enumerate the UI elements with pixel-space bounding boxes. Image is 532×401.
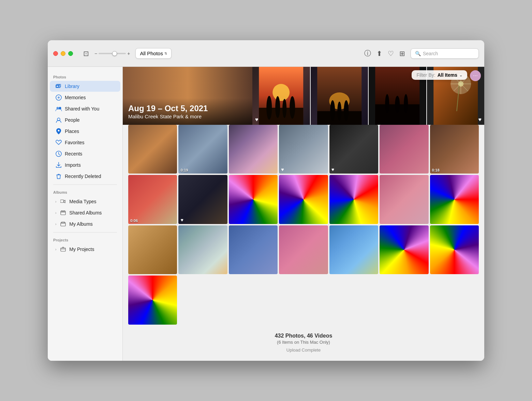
svg-point-35 — [395, 96, 400, 113]
my-albums-icon — [60, 221, 66, 227]
svg-point-31 — [344, 100, 349, 121]
photo-cell-p10[interactable] — [229, 175, 278, 224]
favorite-heart-icon: ♥ — [331, 167, 334, 172]
photo-count: 432 Photos, 46 Videos — [123, 333, 484, 339]
photo-cell-p9[interactable]: ♥ — [178, 175, 227, 224]
photo-cell-p8[interactable]: 0:06 — [128, 175, 177, 224]
zoom-out-icon[interactable]: − — [94, 51, 97, 56]
sidebar-item-media-types[interactable]: › Media Types — [50, 196, 120, 207]
footer: 432 Photos, 46 Videos (6 Items on This M… — [123, 325, 484, 358]
sidebar-item-people[interactable]: People — [50, 115, 120, 125]
photo-cell-p17[interactable] — [229, 225, 278, 274]
sidebar: Photos Library — [48, 67, 123, 361]
heart-icon[interactable]: ♡ — [388, 49, 394, 58]
photo-cell-p1[interactable] — [128, 125, 177, 174]
search-label: Search — [423, 51, 438, 56]
close-button[interactable] — [53, 51, 58, 56]
video-duration-label: 0:18 — [432, 168, 440, 172]
filter-value: All Items — [438, 72, 457, 78]
app-window: ⊡ − + All Photos ⇅ ⓘ ⬆ ♡ ⊞ 🔍 Search — [48, 40, 484, 361]
memory-thumb-heart-4: ♥ — [478, 117, 482, 123]
imports-label: Imports — [65, 162, 81, 168]
trash-icon — [55, 173, 62, 180]
sidebar-item-shared-albums[interactable]: › Shared Albums — [50, 207, 120, 218]
shared-albums-icon — [60, 209, 66, 216]
photo-cell-p18[interactable] — [279, 225, 328, 274]
my-albums-label: My Albums — [69, 221, 92, 227]
favorites-label: Favorites — [65, 140, 85, 145]
svg-point-22 — [266, 96, 272, 120]
photo-cell-p6[interactable] — [380, 125, 428, 174]
recents-icon — [55, 150, 62, 157]
expand-icon: › — [55, 200, 56, 204]
places-icon — [55, 128, 62, 135]
search-box[interactable]: 🔍 Search — [411, 48, 479, 59]
my-projects-icon — [60, 246, 66, 253]
sidebar-item-favorites[interactable]: Favorites — [50, 137, 120, 148]
photo-cell-p12[interactable] — [329, 175, 378, 224]
slideshow-icon[interactable]: ⊡ — [83, 49, 89, 58]
svg-point-24 — [282, 99, 286, 118]
more-options-button[interactable]: ··· — [470, 70, 481, 81]
recently-deleted-label: Recently Deleted — [65, 174, 101, 179]
photo-cell-p20[interactable] — [380, 225, 428, 274]
photo-cell-p22[interactable] — [128, 276, 177, 324]
filter-button[interactable]: Filter By: All Items ⌄ — [412, 70, 467, 80]
svg-point-29 — [330, 100, 335, 121]
photo-cell-p7[interactable]: 0:18 — [430, 125, 479, 174]
projects-section-label: Projects — [48, 235, 122, 243]
crop-icon[interactable]: ⊞ — [399, 49, 405, 58]
zoom-slider[interactable] — [99, 53, 126, 54]
photo-cell-p4[interactable]: ♥ — [279, 125, 328, 174]
memory-main-image[interactable]: Aug 19 – Oct 5, 2021 Malibu Creek State … — [123, 67, 252, 125]
memories-label: Memories — [65, 95, 86, 100]
library-icon — [55, 83, 62, 90]
photo-cell-p5[interactable]: ♥ — [329, 125, 378, 174]
upload-status: Upload Complete — [123, 347, 484, 353]
memory-location: Malibu Creek State Park & more — [128, 114, 247, 119]
sidebar-item-my-projects[interactable]: › My Projects — [50, 244, 120, 255]
sidebar-item-recently-deleted[interactable]: Recently Deleted — [50, 171, 120, 182]
memory-banner[interactable]: Aug 19 – Oct 5, 2021 Malibu Creek State … — [123, 67, 484, 125]
sidebar-item-shared-with-you[interactable]: Shared with You — [50, 103, 120, 114]
zoom-in-icon[interactable]: + — [127, 51, 130, 56]
photo-cell-p16[interactable] — [178, 225, 227, 274]
sidebar-item-places[interactable]: Places — [50, 126, 120, 137]
photo-cell-p13[interactable] — [380, 175, 428, 224]
photo-cell-p3[interactable] — [229, 125, 278, 174]
photo-cell-p14[interactable] — [430, 175, 479, 224]
photo-cell-p15[interactable] — [128, 225, 177, 274]
photos-section-label: Photos — [48, 72, 122, 80]
favorite-heart-icon: ♥ — [281, 167, 284, 172]
sidebar-item-recents[interactable]: Recents — [50, 148, 120, 159]
sidebar-item-memories[interactable]: Memories — [50, 92, 120, 103]
photo-cell-p2[interactable]: 0:19 — [178, 125, 227, 174]
info-icon[interactable]: ⓘ — [364, 49, 371, 58]
svg-point-30 — [337, 102, 341, 121]
memory-thumb-2[interactable] — [311, 67, 369, 125]
svg-rect-17 — [61, 248, 65, 251]
svg-rect-13 — [61, 211, 65, 215]
svg-rect-12 — [60, 200, 64, 203]
share-icon[interactable]: ⬆ — [376, 49, 382, 58]
memories-icon — [55, 94, 62, 101]
all-photos-button[interactable]: All Photos ⇅ — [135, 48, 172, 59]
memory-thumb-1[interactable]: ♥ — [252, 67, 311, 125]
minimize-button[interactable] — [61, 51, 65, 56]
recents-label: Recents — [65, 151, 82, 157]
sidebar-item-my-albums[interactable]: › My Albums — [50, 219, 120, 229]
media-types-icon — [60, 198, 66, 205]
shared-with-you-icon — [55, 105, 62, 112]
fullscreen-button[interactable] — [68, 51, 73, 56]
svg-point-25 — [290, 96, 295, 119]
sidebar-item-library[interactable]: Library — [50, 81, 120, 92]
toolbar-right: ⓘ ⬆ ♡ ⊞ 🔍 Search — [364, 48, 479, 59]
expand-icon-3: › — [55, 222, 56, 226]
photo-cell-p19[interactable] — [329, 225, 378, 274]
photo-cell-p21[interactable] — [430, 225, 479, 274]
people-label: People — [65, 117, 80, 123]
sidebar-item-imports[interactable]: Imports — [50, 160, 120, 170]
svg-point-20 — [272, 84, 290, 101]
photo-cell-p11[interactable] — [279, 175, 328, 224]
places-label: Places — [65, 129, 79, 134]
